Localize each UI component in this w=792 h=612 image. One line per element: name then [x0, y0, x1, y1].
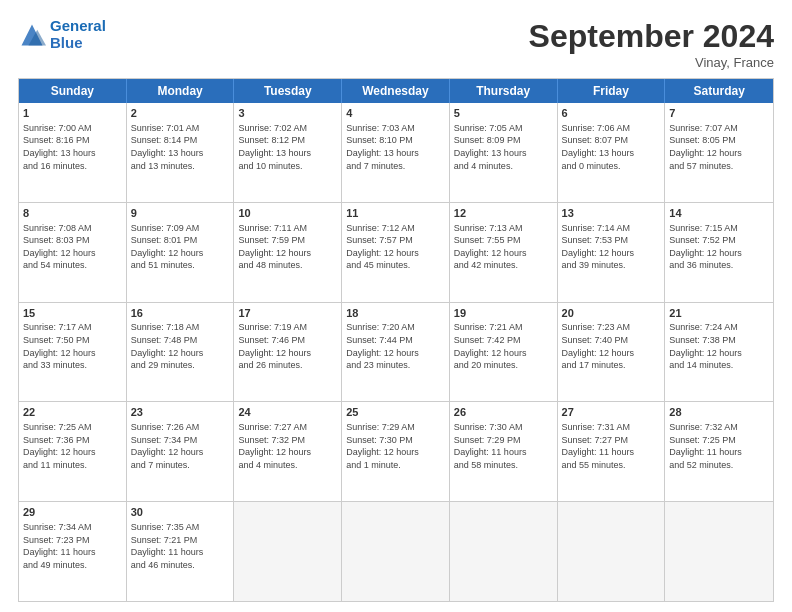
month-title: September 2024 — [529, 18, 774, 55]
cell-info: Sunrise: 7:03 AM Sunset: 8:10 PM Dayligh… — [346, 122, 445, 172]
calendar-header: Sunday Monday Tuesday Wednesday Thursday… — [19, 79, 773, 103]
calendar-cell-4-0: 29Sunrise: 7:34 AM Sunset: 7:23 PM Dayli… — [19, 502, 127, 601]
calendar-cell-1-2: 10Sunrise: 7:11 AM Sunset: 7:59 PM Dayli… — [234, 203, 342, 302]
calendar-cell-0-1: 2Sunrise: 7:01 AM Sunset: 8:14 PM Daylig… — [127, 103, 235, 202]
cell-info: Sunrise: 7:01 AM Sunset: 8:14 PM Dayligh… — [131, 122, 230, 172]
cell-info: Sunrise: 7:02 AM Sunset: 8:12 PM Dayligh… — [238, 122, 337, 172]
cell-info: Sunrise: 7:14 AM Sunset: 7:53 PM Dayligh… — [562, 222, 661, 272]
day-number: 12 — [454, 206, 553, 221]
calendar-cell-2-6: 21Sunrise: 7:24 AM Sunset: 7:38 PM Dayli… — [665, 303, 773, 402]
cell-info: Sunrise: 7:17 AM Sunset: 7:50 PM Dayligh… — [23, 321, 122, 371]
calendar-cell-0-4: 5Sunrise: 7:05 AM Sunset: 8:09 PM Daylig… — [450, 103, 558, 202]
calendar-cell-2-0: 15Sunrise: 7:17 AM Sunset: 7:50 PM Dayli… — [19, 303, 127, 402]
calendar-cell-1-4: 12Sunrise: 7:13 AM Sunset: 7:55 PM Dayli… — [450, 203, 558, 302]
day-number: 16 — [131, 306, 230, 321]
calendar-cell-3-0: 22Sunrise: 7:25 AM Sunset: 7:36 PM Dayli… — [19, 402, 127, 501]
header-thursday: Thursday — [450, 79, 558, 103]
header-sunday: Sunday — [19, 79, 127, 103]
cell-info: Sunrise: 7:15 AM Sunset: 7:52 PM Dayligh… — [669, 222, 769, 272]
logo-text: General Blue — [50, 18, 106, 51]
calendar-cell-4-5 — [558, 502, 666, 601]
cell-info: Sunrise: 7:06 AM Sunset: 8:07 PM Dayligh… — [562, 122, 661, 172]
calendar-cell-1-0: 8Sunrise: 7:08 AM Sunset: 8:03 PM Daylig… — [19, 203, 127, 302]
calendar-cell-4-6 — [665, 502, 773, 601]
cell-info: Sunrise: 7:00 AM Sunset: 8:16 PM Dayligh… — [23, 122, 122, 172]
calendar-cell-2-4: 19Sunrise: 7:21 AM Sunset: 7:42 PM Dayli… — [450, 303, 558, 402]
cell-info: Sunrise: 7:29 AM Sunset: 7:30 PM Dayligh… — [346, 421, 445, 471]
day-number: 21 — [669, 306, 769, 321]
day-number: 29 — [23, 505, 122, 520]
cell-info: Sunrise: 7:35 AM Sunset: 7:21 PM Dayligh… — [131, 521, 230, 571]
calendar-cell-3-6: 28Sunrise: 7:32 AM Sunset: 7:25 PM Dayli… — [665, 402, 773, 501]
day-number: 4 — [346, 106, 445, 121]
cell-info: Sunrise: 7:24 AM Sunset: 7:38 PM Dayligh… — [669, 321, 769, 371]
day-number: 15 — [23, 306, 122, 321]
calendar-row-0: 1Sunrise: 7:00 AM Sunset: 8:16 PM Daylig… — [19, 103, 773, 202]
cell-info: Sunrise: 7:12 AM Sunset: 7:57 PM Dayligh… — [346, 222, 445, 272]
day-number: 9 — [131, 206, 230, 221]
cell-info: Sunrise: 7:07 AM Sunset: 8:05 PM Dayligh… — [669, 122, 769, 172]
calendar-cell-0-0: 1Sunrise: 7:00 AM Sunset: 8:16 PM Daylig… — [19, 103, 127, 202]
logo: General Blue — [18, 18, 106, 51]
cell-info: Sunrise: 7:19 AM Sunset: 7:46 PM Dayligh… — [238, 321, 337, 371]
cell-info: Sunrise: 7:31 AM Sunset: 7:27 PM Dayligh… — [562, 421, 661, 471]
header-monday: Monday — [127, 79, 235, 103]
day-number: 5 — [454, 106, 553, 121]
logo-line1: General — [50, 17, 106, 34]
header-tuesday: Tuesday — [234, 79, 342, 103]
calendar-cell-3-3: 25Sunrise: 7:29 AM Sunset: 7:30 PM Dayli… — [342, 402, 450, 501]
cell-info: Sunrise: 7:27 AM Sunset: 7:32 PM Dayligh… — [238, 421, 337, 471]
page: General Blue September 2024 Vinay, Franc… — [0, 0, 792, 612]
day-number: 30 — [131, 505, 230, 520]
cell-info: Sunrise: 7:05 AM Sunset: 8:09 PM Dayligh… — [454, 122, 553, 172]
calendar-cell-1-3: 11Sunrise: 7:12 AM Sunset: 7:57 PM Dayli… — [342, 203, 450, 302]
day-number: 2 — [131, 106, 230, 121]
calendar-row-3: 22Sunrise: 7:25 AM Sunset: 7:36 PM Dayli… — [19, 401, 773, 501]
calendar-cell-2-1: 16Sunrise: 7:18 AM Sunset: 7:48 PM Dayli… — [127, 303, 235, 402]
day-number: 26 — [454, 405, 553, 420]
day-number: 11 — [346, 206, 445, 221]
calendar-row-2: 15Sunrise: 7:17 AM Sunset: 7:50 PM Dayli… — [19, 302, 773, 402]
header: General Blue September 2024 Vinay, Franc… — [18, 18, 774, 70]
cell-info: Sunrise: 7:08 AM Sunset: 8:03 PM Dayligh… — [23, 222, 122, 272]
calendar-cell-1-6: 14Sunrise: 7:15 AM Sunset: 7:52 PM Dayli… — [665, 203, 773, 302]
calendar-cell-3-5: 27Sunrise: 7:31 AM Sunset: 7:27 PM Dayli… — [558, 402, 666, 501]
header-friday: Friday — [558, 79, 666, 103]
day-number: 28 — [669, 405, 769, 420]
cell-info: Sunrise: 7:26 AM Sunset: 7:34 PM Dayligh… — [131, 421, 230, 471]
header-saturday: Saturday — [665, 79, 773, 103]
logo-line2: Blue — [50, 34, 83, 51]
calendar-body: 1Sunrise: 7:00 AM Sunset: 8:16 PM Daylig… — [19, 103, 773, 601]
location: Vinay, France — [529, 55, 774, 70]
calendar-cell-4-4 — [450, 502, 558, 601]
calendar-row-1: 8Sunrise: 7:08 AM Sunset: 8:03 PM Daylig… — [19, 202, 773, 302]
day-number: 19 — [454, 306, 553, 321]
cell-info: Sunrise: 7:11 AM Sunset: 7:59 PM Dayligh… — [238, 222, 337, 272]
cell-info: Sunrise: 7:18 AM Sunset: 7:48 PM Dayligh… — [131, 321, 230, 371]
calendar-cell-0-3: 4Sunrise: 7:03 AM Sunset: 8:10 PM Daylig… — [342, 103, 450, 202]
calendar-cell-4-3 — [342, 502, 450, 601]
day-number: 17 — [238, 306, 337, 321]
day-number: 18 — [346, 306, 445, 321]
day-number: 20 — [562, 306, 661, 321]
cell-info: Sunrise: 7:13 AM Sunset: 7:55 PM Dayligh… — [454, 222, 553, 272]
day-number: 13 — [562, 206, 661, 221]
day-number: 8 — [23, 206, 122, 221]
cell-info: Sunrise: 7:23 AM Sunset: 7:40 PM Dayligh… — [562, 321, 661, 371]
day-number: 25 — [346, 405, 445, 420]
title-block: September 2024 Vinay, France — [529, 18, 774, 70]
day-number: 1 — [23, 106, 122, 121]
day-number: 3 — [238, 106, 337, 121]
calendar-cell-4-2 — [234, 502, 342, 601]
cell-info: Sunrise: 7:09 AM Sunset: 8:01 PM Dayligh… — [131, 222, 230, 272]
calendar-cell-0-6: 7Sunrise: 7:07 AM Sunset: 8:05 PM Daylig… — [665, 103, 773, 202]
day-number: 10 — [238, 206, 337, 221]
day-number: 24 — [238, 405, 337, 420]
calendar-cell-3-4: 26Sunrise: 7:30 AM Sunset: 7:29 PM Dayli… — [450, 402, 558, 501]
calendar-cell-2-5: 20Sunrise: 7:23 AM Sunset: 7:40 PM Dayli… — [558, 303, 666, 402]
day-number: 6 — [562, 106, 661, 121]
calendar-cell-0-2: 3Sunrise: 7:02 AM Sunset: 8:12 PM Daylig… — [234, 103, 342, 202]
calendar-cell-1-1: 9Sunrise: 7:09 AM Sunset: 8:01 PM Daylig… — [127, 203, 235, 302]
cell-info: Sunrise: 7:25 AM Sunset: 7:36 PM Dayligh… — [23, 421, 122, 471]
cell-info: Sunrise: 7:32 AM Sunset: 7:25 PM Dayligh… — [669, 421, 769, 471]
